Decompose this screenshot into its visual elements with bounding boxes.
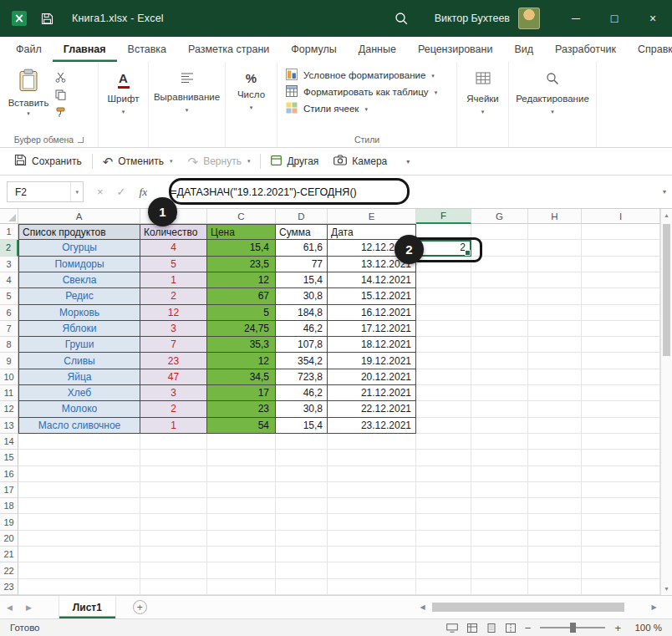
cell-I15[interactable] [582, 450, 660, 466]
cell-E20[interactable] [328, 531, 416, 547]
cell-G4[interactable] [471, 272, 528, 288]
scroll-left-arrow-icon[interactable]: ◀ [416, 603, 429, 611]
row-header-6[interactable]: 6 [0, 305, 18, 321]
cell-I14[interactable] [582, 434, 660, 450]
cell-F4[interactable] [416, 272, 471, 288]
cell-H7[interactable] [528, 321, 582, 337]
row-header-12[interactable]: 12 [0, 401, 18, 417]
cell-F18[interactable] [416, 498, 471, 514]
cell-B4[interactable]: 1 [140, 272, 207, 288]
cell-C4[interactable]: 12 [207, 272, 276, 288]
previous-sheet-arrow-icon[interactable]: ◀ [0, 603, 19, 612]
cell-C3[interactable]: 23,5 [207, 257, 276, 272]
cell-B23[interactable] [140, 579, 207, 595]
cell-E16[interactable] [328, 466, 416, 482]
font-group-button[interactable]: А Шрифт ▾ [99, 62, 149, 147]
cell-I12[interactable] [582, 401, 660, 417]
cell-H21[interactable] [528, 547, 582, 562]
cell-A17[interactable] [18, 482, 140, 498]
cell-G15[interactable] [471, 450, 528, 466]
cell-E6[interactable]: 16.12.2021 [328, 305, 416, 321]
cell-D8[interactable]: 107,8 [276, 337, 328, 353]
cell-G23[interactable] [471, 579, 528, 595]
row-header-1[interactable]: 1 [0, 224, 18, 240]
cell-D19[interactable] [276, 514, 328, 530]
cell-C21[interactable] [207, 547, 276, 562]
cell-I2[interactable] [582, 240, 660, 256]
column-header-I[interactable]: I [582, 209, 660, 224]
cell-A5[interactable]: Редис [18, 288, 140, 304]
cell-F16[interactable] [416, 466, 471, 482]
cell-G8[interactable] [471, 337, 528, 353]
cell-E23[interactable] [328, 579, 416, 595]
column-header-F[interactable]: F [416, 209, 471, 224]
cell-C19[interactable] [207, 514, 276, 530]
cell-B20[interactable] [140, 531, 207, 547]
cell-I23[interactable] [582, 579, 660, 595]
cell-A8[interactable]: Груши [18, 337, 140, 353]
cell-A21[interactable] [18, 547, 140, 562]
cell-B9[interactable]: 23 [140, 353, 207, 369]
cell-D17[interactable] [276, 482, 328, 498]
cell-H2[interactable] [528, 240, 582, 256]
cell-A6[interactable]: Морковь [18, 305, 140, 321]
cell-I8[interactable] [582, 337, 660, 353]
cell-A15[interactable] [18, 450, 140, 466]
cell-H17[interactable] [528, 482, 582, 498]
cell-I16[interactable] [582, 466, 660, 482]
cell-D13[interactable]: 15,4 [276, 418, 328, 434]
horizontal-scrollbar-track[interactable] [429, 603, 648, 612]
cell-B18[interactable] [140, 498, 207, 514]
cell-H13[interactable] [528, 418, 582, 434]
zoom-slider[interactable] [540, 627, 605, 628]
cell-H19[interactable] [528, 514, 582, 530]
cell-D18[interactable] [276, 498, 328, 514]
scroll-down-arrow-icon[interactable]: ▼ [661, 586, 672, 592]
paste-button[interactable]: Вставить ▾ [6, 68, 51, 132]
cell-C9[interactable]: 12 [207, 353, 276, 369]
cell-styles-button[interactable]: Стили ячеек ▾ [286, 102, 456, 115]
cell-C10[interactable]: 34,5 [207, 369, 276, 385]
cell-C2[interactable]: 15,4 [207, 240, 276, 256]
cell-A1[interactable]: Список продуктов [18, 224, 140, 240]
cell-E4[interactable]: 14.12.2021 [328, 272, 416, 288]
cell-E10[interactable]: 20.12.2021 [328, 369, 416, 385]
cell-E12[interactable]: 22.12.2021 [328, 401, 416, 417]
format-as-table-button[interactable]: Форматировать как таблицу ▾ [286, 85, 456, 99]
quick-save-icon[interactable] [41, 13, 53, 25]
name-box[interactable]: F2 ▾ [7, 181, 84, 202]
cell-E8[interactable]: 18.12.2021 [328, 337, 416, 353]
zoom-slider-thumb[interactable] [570, 623, 576, 633]
cell-I5[interactable] [582, 288, 660, 304]
row-header-11[interactable]: 11 [0, 385, 18, 401]
cell-E7[interactable]: 17.12.2021 [328, 321, 416, 337]
cell-F13[interactable] [416, 418, 471, 434]
cell-D23[interactable] [276, 579, 328, 595]
cell-G7[interactable] [471, 321, 528, 337]
cell-B1[interactable]: Количество [140, 224, 207, 240]
cell-G11[interactable] [471, 385, 528, 401]
cell-A9[interactable]: Сливы [18, 353, 140, 369]
cell-A2[interactable]: Огурцы [18, 240, 140, 256]
insert-function-icon[interactable]: fx [140, 186, 148, 199]
cell-B10[interactable]: 47 [140, 369, 207, 385]
cell-I7[interactable] [582, 321, 660, 337]
cell-B17[interactable] [140, 482, 207, 498]
cell-H16[interactable] [528, 466, 582, 482]
column-header-A[interactable]: A [18, 209, 140, 224]
row-header-15[interactable]: 15 [0, 450, 18, 466]
cell-E18[interactable] [328, 498, 416, 514]
cell-G17[interactable] [471, 482, 528, 498]
ribbon-tab-5[interactable]: Данные [348, 37, 407, 62]
redo-button[interactable]: ↷ Вернуть ▾ [181, 148, 258, 175]
ribbon-tab-8[interactable]: Разработчик [544, 37, 627, 62]
cell-B16[interactable] [140, 466, 207, 482]
cell-C13[interactable]: 54 [207, 418, 276, 434]
search-icon[interactable] [395, 12, 408, 25]
conditional-formatting-button[interactable]: Условное форматирование ▾ [286, 69, 456, 82]
cell-I9[interactable] [582, 353, 660, 369]
new-sheet-button[interactable]: + [133, 600, 147, 614]
cell-F6[interactable] [416, 305, 471, 321]
row-header-21[interactable]: 21 [0, 547, 18, 562]
cell-G14[interactable] [471, 434, 528, 450]
